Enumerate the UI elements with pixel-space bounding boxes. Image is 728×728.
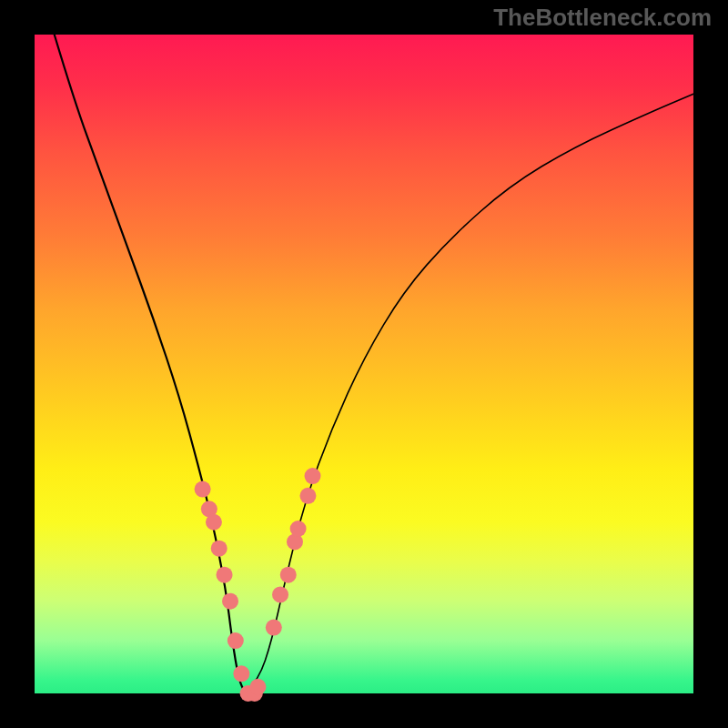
watermark-text: TheBottleneck.com xyxy=(493,4,712,32)
data-marker xyxy=(305,468,321,484)
marker-group xyxy=(195,468,321,702)
bottleneck-curve-svg xyxy=(35,35,693,693)
data-marker xyxy=(290,521,307,537)
data-marker xyxy=(228,632,244,649)
data-marker xyxy=(233,665,249,682)
curve-left-branch xyxy=(55,35,246,693)
data-marker xyxy=(211,541,228,557)
data-marker xyxy=(266,620,282,636)
data-marker xyxy=(217,567,233,583)
chart-frame: TheBottleneck.com xyxy=(0,0,728,728)
data-marker xyxy=(195,481,211,498)
curve-right-branch xyxy=(246,94,693,693)
plot-area xyxy=(35,35,693,693)
data-marker xyxy=(249,679,266,695)
data-marker xyxy=(222,593,238,610)
data-marker xyxy=(272,586,288,602)
data-marker xyxy=(299,488,316,504)
data-marker xyxy=(206,514,222,531)
data-marker xyxy=(280,567,297,583)
